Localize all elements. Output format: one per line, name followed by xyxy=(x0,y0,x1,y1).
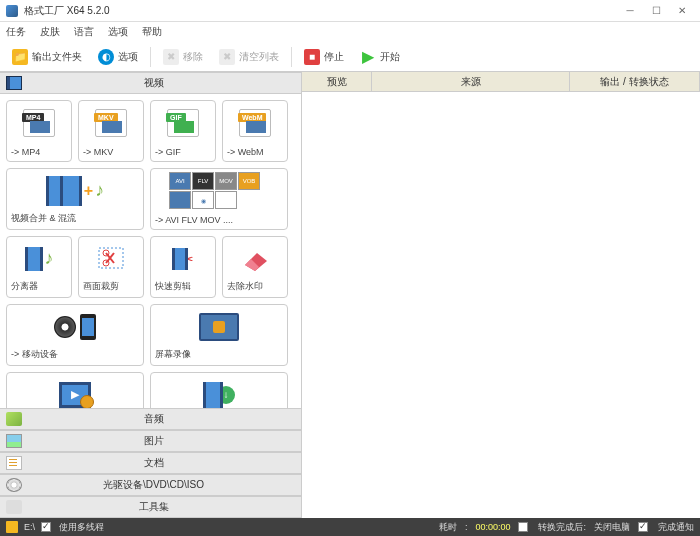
toolbar: 📁 输出文件夹 ◐ 选项 ✖ 移除 ✖ 清空列表 ■ 停止 ▶ 开始 xyxy=(0,42,700,72)
tile-quickcut-label: 快速剪辑 xyxy=(155,280,191,293)
options-label: 选项 xyxy=(118,50,138,64)
remove-icon: ✖ xyxy=(163,49,179,65)
category-image-header[interactable]: 图片 xyxy=(0,430,301,452)
after-convert-checkbox[interactable] xyxy=(518,522,528,532)
tile-splitter[interactable]: ♪ 分离器 xyxy=(6,236,72,298)
elapsed-value: 00:00:00 xyxy=(475,522,510,532)
disc-icon xyxy=(6,478,22,492)
content-area: 视频 MP4 -> MP4 MKV -> MKV GIF -> GIF WebM xyxy=(0,72,700,518)
options-button[interactable]: ◐ 选项 xyxy=(92,47,144,67)
tile-watermark-label: 去除水印 xyxy=(227,280,263,293)
clear-icon: ✖ xyxy=(219,49,235,65)
tile-mobile[interactable]: -> 移动设备 xyxy=(6,304,144,366)
quickcut-icon: ✂ xyxy=(163,241,203,276)
status-bar: E:\ 使用多线程 耗时: 00:00:00 转换完成后: 关闭电脑 完成通知 xyxy=(0,518,700,536)
clear-button[interactable]: ✖ 清空列表 xyxy=(213,47,285,67)
minimize-button[interactable]: ─ xyxy=(618,3,642,19)
app-icon xyxy=(6,5,18,17)
merge-icon: +♪ xyxy=(46,173,104,208)
menu-help[interactable]: 帮助 xyxy=(142,25,162,39)
after-convert-label: 转换完成后: xyxy=(538,521,586,534)
col-output-state[interactable]: 输出 / 转换状态 xyxy=(570,72,700,91)
video-tiles-area: MP4 -> MP4 MKV -> MKV GIF -> GIF WebM ->… xyxy=(0,94,301,408)
tile-crop-label: 画面裁剪 xyxy=(83,280,119,293)
stop-button[interactable]: ■ 停止 xyxy=(298,47,350,67)
audio-icon xyxy=(6,412,22,426)
tile-webm-label: -> WebM xyxy=(227,147,264,157)
category-document-header[interactable]: 文档 xyxy=(0,452,301,474)
category-tools-label: 工具集 xyxy=(102,500,205,514)
close-button[interactable]: ✕ xyxy=(670,3,694,19)
tile-screenrec[interactable]: 屏幕录像 xyxy=(150,304,288,366)
document-icon xyxy=(6,456,22,470)
tile-mp4-label: -> MP4 xyxy=(11,147,40,157)
notify-label: 完成通知 xyxy=(658,521,694,534)
menu-bar: 任务 皮肤 语言 选项 帮助 xyxy=(0,22,700,42)
tile-crop[interactable]: 画面裁剪 xyxy=(78,236,144,298)
mp4-icon: MP4 xyxy=(19,105,59,140)
film-icon xyxy=(6,76,22,90)
tile-webm[interactable]: WebM -> WebM xyxy=(222,100,288,162)
remove-button[interactable]: ✖ 移除 xyxy=(157,47,209,67)
tile-gif-label: -> GIF xyxy=(155,147,181,157)
category-tools-header[interactable]: 工具集 xyxy=(0,496,301,518)
drive-path[interactable]: E:\ xyxy=(24,522,35,532)
window-buttons: ─ ☐ ✕ xyxy=(618,3,694,19)
left-panel: 视频 MP4 -> MP4 MKV -> MKV GIF -> GIF WebM xyxy=(0,72,302,518)
tile-mkv-label: -> MKV xyxy=(83,147,113,157)
mkv-icon: MKV xyxy=(91,105,131,140)
tile-gif[interactable]: GIF -> GIF xyxy=(150,100,216,162)
splitter-icon: ♪ xyxy=(19,241,59,276)
menu-options[interactable]: 选项 xyxy=(108,25,128,39)
start-button[interactable]: ▶ 开始 xyxy=(354,47,406,67)
tile-splitter-label: 分离器 xyxy=(11,280,38,293)
eraser-icon xyxy=(235,241,275,276)
task-list-empty xyxy=(302,92,700,518)
category-disc-header[interactable]: 光驱设备\DVD\CD\ISO xyxy=(0,474,301,496)
image-icon xyxy=(6,434,22,448)
webm-icon: WebM xyxy=(235,105,275,140)
drive-icon xyxy=(6,521,18,533)
player-icon: ▶ xyxy=(55,377,95,408)
stop-icon: ■ xyxy=(304,49,320,65)
mobile-icon xyxy=(54,309,96,344)
category-document-label: 文档 xyxy=(102,456,205,470)
folder-icon: 📁 xyxy=(12,49,28,65)
multithread-checkbox[interactable] xyxy=(41,522,51,532)
tile-merge[interactable]: +♪ 视频合并 & 混流 xyxy=(6,168,144,230)
col-preview[interactable]: 预览 xyxy=(302,72,372,91)
output-folder-label: 输出文件夹 xyxy=(32,50,82,64)
tile-screenrec-label: 屏幕录像 xyxy=(155,348,191,361)
notify-checkbox[interactable] xyxy=(638,522,648,532)
separator xyxy=(150,47,151,67)
tile-download[interactable]: ↓ 视频下载 xyxy=(150,372,288,408)
category-audio-header[interactable]: 音频 xyxy=(0,408,301,430)
category-image-label: 图片 xyxy=(102,434,205,448)
menu-skin[interactable]: 皮肤 xyxy=(40,25,60,39)
tile-mp4[interactable]: MP4 -> MP4 xyxy=(6,100,72,162)
tile-avi-label: -> AVI FLV MOV .... xyxy=(155,215,233,225)
tile-watermark[interactable]: 去除水印 xyxy=(222,236,288,298)
menu-language[interactable]: 语言 xyxy=(74,25,94,39)
col-source[interactable]: 来源 xyxy=(372,72,570,91)
maximize-button[interactable]: ☐ xyxy=(644,3,668,19)
separator xyxy=(291,47,292,67)
category-video-label: 视频 xyxy=(102,76,205,90)
category-disc-label: 光驱设备\DVD\CD\ISO xyxy=(102,478,205,492)
tile-quickcut[interactable]: ✂ 快速剪辑 xyxy=(150,236,216,298)
output-folder-button[interactable]: 📁 输出文件夹 xyxy=(6,47,88,67)
menu-tasks[interactable]: 任务 xyxy=(6,25,26,39)
stop-label: 停止 xyxy=(324,50,344,64)
window-title: 格式工厂 X64 5.2.0 xyxy=(24,4,618,18)
tile-avi-etc[interactable]: AVI FLV MOV VOB ◉ -> AVI FLV MOV .... xyxy=(150,168,288,230)
right-panel: 预览 来源 输出 / 转换状态 xyxy=(302,72,700,518)
category-video-header[interactable]: 视频 xyxy=(0,72,301,94)
tile-mkv[interactable]: MKV -> MKV xyxy=(78,100,144,162)
clear-label: 清空列表 xyxy=(239,50,279,64)
start-label: 开始 xyxy=(380,50,400,64)
download-icon: ↓ xyxy=(199,377,239,408)
tile-player[interactable]: ▶ 格式播放器 xyxy=(6,372,144,408)
title-bar: 格式工厂 X64 5.2.0 ─ ☐ ✕ xyxy=(0,0,700,22)
multiformat-icon: AVI FLV MOV VOB ◉ xyxy=(169,173,269,208)
after-action[interactable]: 关闭电脑 xyxy=(594,521,630,534)
